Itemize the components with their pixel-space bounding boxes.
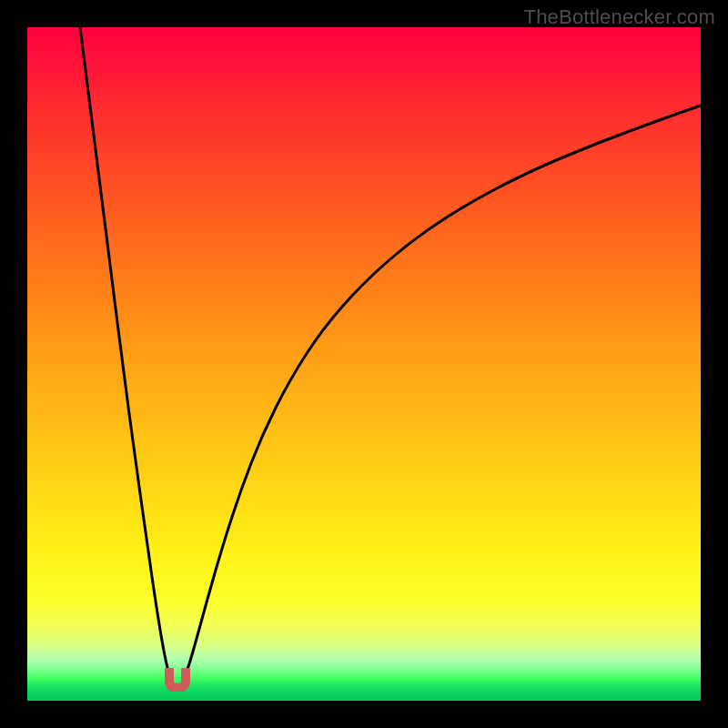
- chart-container: TheBottlenecker.com: [0, 0, 728, 728]
- curve-left-branch: [80, 27, 171, 679]
- curve-layer: [27, 27, 701, 701]
- plot-area: [27, 27, 701, 701]
- curve-right-branch: [184, 106, 701, 679]
- minimum-marker: [164, 668, 191, 692]
- attribution-text: TheBottlenecker.com: [524, 5, 715, 29]
